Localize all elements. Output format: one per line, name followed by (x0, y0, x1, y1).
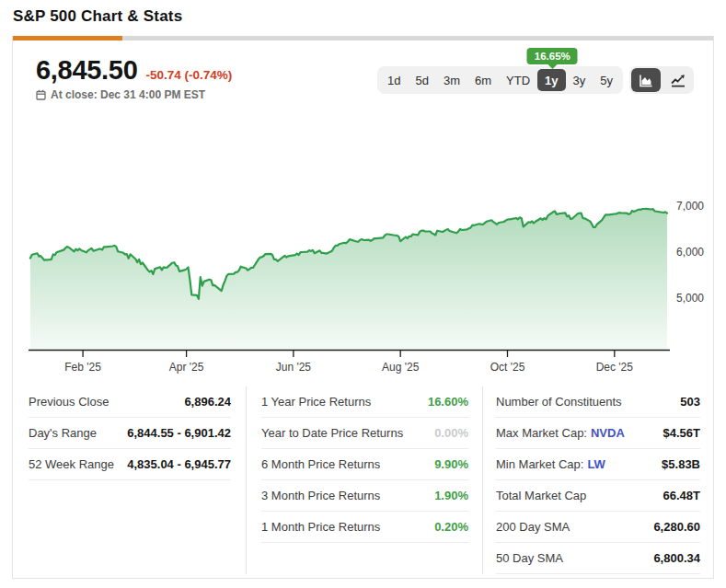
range-button-6m[interactable]: 6m (467, 69, 499, 91)
stat-label: 200 Day SMA (496, 520, 570, 534)
area-chart-button[interactable] (631, 68, 661, 92)
chart-stats-card: 6,845.50 -50.74 (-0.74%) At close: Dec 3… (12, 36, 714, 579)
stat-label: 3 Month Price Returns (261, 489, 380, 502)
price-change: -50.74 (-0.74%) (146, 68, 233, 82)
stat-value: 6,280.60 (653, 520, 700, 534)
stat-label: 1 Year Price Returns (261, 395, 371, 409)
range-button-ytd[interactable]: YTD (499, 69, 537, 91)
x-tick-label: Dec '25 (596, 361, 634, 374)
stat-value: $5.83B (662, 457, 700, 471)
stat-label: Total Market Cap (496, 489, 586, 502)
range-button-5y[interactable]: 5y (593, 69, 620, 91)
stat-row: Total Market Cap66.48T (496, 480, 700, 512)
stats-section: Previous Close6,896.24Day's Range6,844.5… (29, 386, 700, 574)
stat-row: 3 Month Price Returns1.90% (261, 480, 468, 512)
range-button-1y[interactable]: 1y (537, 69, 565, 91)
x-tick-label: Aug '25 (382, 361, 420, 374)
x-tick-label: Jun '25 (276, 361, 312, 374)
stats-column-price: Previous Close6,896.24Day's Range6,844.5… (29, 386, 246, 574)
tooltip-arrow-icon (547, 64, 557, 69)
as-of-row: At close: Dec 31 4:00 PM EST (36, 88, 232, 101)
stat-row: 1 Year Price Returns16.60% (261, 386, 468, 418)
stat-label: Number of Constituents (496, 395, 622, 409)
stat-row: 50 Day SMA6,800.34 (496, 543, 700, 574)
range-button-1d[interactable]: 1d (380, 69, 408, 91)
last-price: 6,845.50 (36, 55, 138, 86)
y-tick-label: 5,000 (676, 292, 704, 305)
stat-row: Max Market Cap:NVDA$4.56T (496, 418, 700, 449)
accent-bar (13, 36, 122, 40)
stat-value: 503 (680, 395, 700, 409)
stat-value: 66.48T (663, 489, 700, 502)
quote-line: 6,845.50 -50.74 (-0.74%) (36, 55, 232, 86)
stat-row: Min Market Cap:LW$5.83B (496, 449, 700, 480)
stat-label: 1 Month Price Returns (261, 520, 380, 534)
x-tick-label: Feb '25 (64, 361, 101, 374)
stat-label: Year to Date Price Returns (261, 426, 403, 440)
stat-row: Year to Date Price Returns0.00% (261, 418, 468, 449)
chart-controls: 1d5d3m6mYTD1y3y5y (377, 66, 694, 94)
as-of-text: At close: Dec 31 4:00 PM EST (51, 88, 205, 101)
chart-area-fill (30, 209, 667, 350)
range-button-5d[interactable]: 5d (408, 69, 435, 91)
chart-type-group (629, 66, 694, 94)
line-chart-button[interactable] (664, 68, 692, 92)
card-top-divider (13, 36, 713, 40)
y-tick-label: 6,000 (676, 246, 704, 259)
stat-row: 1 Month Price Returns0.20% (261, 512, 468, 543)
stat-value: 6,800.34 (653, 551, 700, 565)
stat-label: 52 Week Range (29, 457, 114, 471)
stat-value: 16.60% (428, 395, 468, 409)
stat-value: 6,844.55 - 6,901.42 (127, 426, 231, 440)
stat-row: 200 Day SMA6,280.60 (496, 512, 700, 543)
line-chart-icon (669, 72, 687, 89)
stat-value: 0.00% (434, 426, 468, 440)
stat-value: 1.90% (434, 489, 468, 502)
page-title: S&P 500 Chart & Stats (13, 7, 726, 26)
stat-row: Day's Range6,844.55 - 6,901.42 (29, 418, 231, 449)
range-button-3y[interactable]: 3y (566, 69, 593, 91)
stats-column-returns: 1 Year Price Returns16.60%Year to Date P… (246, 386, 482, 574)
stat-row: Number of Constituents503 (496, 386, 700, 418)
stat-row: Previous Close6,896.24 (29, 386, 231, 418)
stat-value: 4,835.04 - 6,945.77 (127, 457, 231, 471)
stat-label: 50 Day SMA (496, 551, 563, 565)
return-tooltip: 16.65% (527, 48, 578, 64)
stat-label: Min Market Cap:LW (496, 457, 605, 471)
x-tick-label: Oct '25 (490, 361, 525, 374)
stat-row: 6 Month Price Returns9.90% (261, 449, 468, 480)
stats-column-constituents: Number of Constituents503Max Market Cap:… (482, 386, 700, 574)
stat-value: 6,896.24 (184, 395, 231, 409)
stat-label: Previous Close (29, 395, 109, 409)
y-axis-labels: 7,0006,0005,000 (676, 200, 704, 305)
stat-label: 6 Month Price Returns (261, 457, 380, 471)
range-button-group: 1d5d3m6mYTD1y3y5y (377, 66, 623, 94)
stat-value: 9.90% (434, 457, 468, 471)
range-button-3m[interactable]: 3m (436, 69, 467, 91)
price-chart[interactable]: Feb '25Apr '25Jun '25Aug '25Oct '25Dec '… (13, 123, 713, 386)
return-tooltip-value: 16.65% (535, 51, 570, 62)
stat-label: Max Market Cap:NVDA (496, 426, 625, 440)
quote-block: 6,845.50 -50.74 (-0.74%) At close: Dec 3… (36, 55, 232, 101)
y-tick-label: 7,000 (676, 200, 704, 213)
ticker-link-nvda[interactable]: NVDA (591, 426, 625, 440)
stat-row: 52 Week Range4,835.04 - 6,945.77 (29, 449, 231, 480)
stat-label: Day's Range (29, 426, 97, 440)
stat-value: $4.56T (663, 426, 700, 440)
x-axis-ticks: Feb '25Apr '25Jun '25Aug '25Oct '25Dec '… (64, 351, 633, 374)
ticker-link-lw[interactable]: LW (587, 457, 605, 471)
x-tick-label: Apr '25 (169, 361, 204, 374)
calendar-icon (36, 89, 46, 100)
area-chart-icon (637, 72, 655, 89)
stat-value: 0.20% (434, 520, 468, 534)
